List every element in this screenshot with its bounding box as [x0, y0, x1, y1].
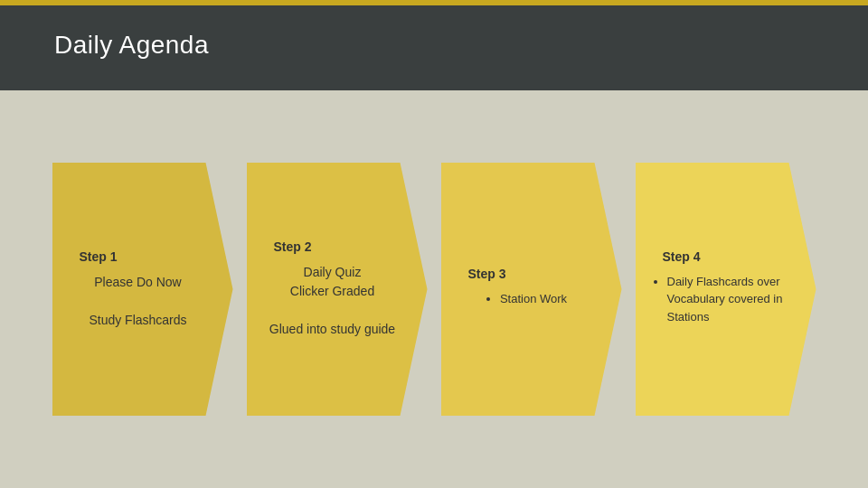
step-1-arrow: Step 1 Please Do Now Study Flashcards	[52, 163, 233, 416]
step-1-line2: Study Flashcards	[89, 311, 186, 330]
step-2-container: Step 2 Daily Quiz Clicker Graded Glued i…	[231, 163, 443, 416]
step-3-arrow: Step 3 Station Work	[441, 163, 622, 416]
step-2-line1: Daily Quiz	[269, 263, 395, 282]
step-4-content: Daily Flashcards over Vocabulary covered…	[654, 273, 789, 330]
step-4-arrow: Step 4 Daily Flashcards over Vocabulary …	[636, 163, 816, 416]
step-4-label: Step 4	[663, 249, 701, 264]
step-4-container: Step 4 Daily Flashcards over Vocabulary …	[619, 163, 832, 416]
page-title: Daily Agenda	[54, 31, 209, 60]
step-2-arrow: Step 2 Daily Quiz Clicker Graded Glued i…	[247, 163, 428, 416]
step-3-label: Step 3	[468, 267, 506, 281]
step-1-container: Step 1 Please Do Now Study Flashcards	[36, 163, 249, 416]
main-content: Step 1 Please Do Now Study Flashcards St…	[0, 90, 868, 488]
page-wrapper: Daily Agenda Step 1 Please Do Now Study …	[0, 0, 868, 488]
header: Daily Agenda	[0, 0, 868, 90]
step-2-content: Daily Quiz Clicker Graded Glued into stu…	[269, 263, 395, 339]
step-2-label: Step 2	[274, 239, 312, 254]
step-4-item1: Daily Flashcards over Vocabulary covered…	[667, 273, 789, 326]
step-3-content: Station Work	[486, 290, 567, 312]
step-3-container: Step 3 Station Work	[425, 163, 637, 416]
step-1-content: Please Do Now Study Flashcards	[89, 273, 186, 330]
step-2-line2: Clicker Graded	[269, 282, 395, 301]
step-1-line1: Please Do Now	[89, 273, 186, 292]
step-1-label: Step 1	[80, 249, 118, 264]
step-3-item1: Station Work	[500, 290, 567, 308]
step-2-line3: Glued into study guide	[269, 320, 395, 339]
